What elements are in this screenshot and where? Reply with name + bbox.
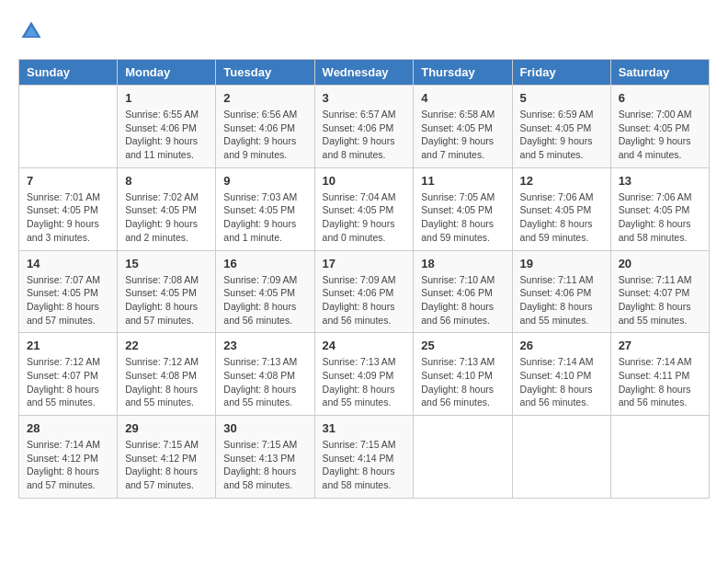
day-detail: Sunrise: 7:15 AM Sunset: 4:13 PM Dayligh… — [223, 438, 306, 492]
day-number: 4 — [421, 91, 504, 105]
day-cell: 27Sunrise: 7:14 AM Sunset: 4:11 PM Dayli… — [610, 333, 709, 416]
day-detail: Sunrise: 7:15 AM Sunset: 4:14 PM Dayligh… — [323, 438, 406, 492]
day-detail: Sunrise: 6:58 AM Sunset: 4:05 PM Dayligh… — [421, 108, 504, 162]
day-detail: Sunrise: 7:13 AM Sunset: 4:10 PM Dayligh… — [421, 355, 504, 409]
day-cell: 11Sunrise: 7:05 AM Sunset: 4:05 PM Dayli… — [414, 167, 512, 250]
day-detail: Sunrise: 7:12 AM Sunset: 4:07 PM Dayligh… — [27, 355, 109, 409]
day-cell: 30Sunrise: 7:15 AM Sunset: 4:13 PM Dayli… — [216, 416, 314, 499]
day-detail: Sunrise: 7:00 AM Sunset: 4:05 PM Dayligh… — [619, 108, 701, 162]
day-cell — [414, 416, 512, 499]
day-detail: Sunrise: 7:03 AM Sunset: 4:05 PM Dayligh… — [223, 190, 306, 245]
day-number: 18 — [421, 257, 504, 270]
week-row-4: 21Sunrise: 7:12 AM Sunset: 4:07 PM Dayli… — [19, 333, 710, 416]
day-detail: Sunrise: 7:01 AM Sunset: 4:05 PM Dayligh… — [27, 190, 109, 245]
day-detail: Sunrise: 7:10 AM Sunset: 4:06 PM Dayligh… — [421, 273, 504, 327]
day-cell: 15Sunrise: 7:08 AM Sunset: 4:05 PM Dayli… — [118, 250, 216, 333]
day-number: 22 — [125, 339, 208, 352]
logo-icon — [18, 18, 44, 44]
day-cell: 28Sunrise: 7:14 AM Sunset: 4:12 PM Dayli… — [19, 416, 118, 499]
header-wednesday: Wednesday — [314, 60, 414, 86]
day-detail: Sunrise: 6:57 AM Sunset: 4:06 PM Dayligh… — [323, 108, 406, 162]
logo — [18, 18, 48, 44]
day-detail: Sunrise: 7:14 AM Sunset: 4:10 PM Dayligh… — [520, 355, 603, 409]
header-tuesday: Tuesday — [216, 60, 314, 86]
day-cell: 25Sunrise: 7:13 AM Sunset: 4:10 PM Dayli… — [414, 333, 512, 416]
day-number: 10 — [323, 174, 406, 188]
day-number: 30 — [223, 421, 306, 435]
day-number: 28 — [27, 421, 109, 435]
day-detail: Sunrise: 7:06 AM Sunset: 4:05 PM Dayligh… — [619, 190, 701, 245]
day-cell — [19, 86, 118, 168]
day-cell: 19Sunrise: 7:11 AM Sunset: 4:06 PM Dayli… — [512, 250, 610, 333]
header-sunday: Sunday — [19, 60, 118, 86]
week-row-1: 1Sunrise: 6:55 AM Sunset: 4:06 PM Daylig… — [19, 86, 710, 168]
day-detail: Sunrise: 7:02 AM Sunset: 4:05 PM Dayligh… — [125, 190, 208, 245]
day-cell: 26Sunrise: 7:14 AM Sunset: 4:10 PM Dayli… — [512, 333, 610, 416]
day-number: 26 — [520, 339, 603, 352]
day-number: 15 — [125, 257, 208, 270]
day-cell: 14Sunrise: 7:07 AM Sunset: 4:05 PM Dayli… — [19, 250, 118, 333]
day-cell: 7Sunrise: 7:01 AM Sunset: 4:05 PM Daylig… — [19, 167, 118, 250]
day-cell: 18Sunrise: 7:10 AM Sunset: 4:06 PM Dayli… — [414, 250, 512, 333]
calendar-table: SundayMondayTuesdayWednesdayThursdayFrid… — [18, 59, 710, 499]
day-detail: Sunrise: 7:09 AM Sunset: 4:05 PM Dayligh… — [223, 273, 306, 327]
day-number: 9 — [223, 174, 306, 188]
day-cell: 29Sunrise: 7:15 AM Sunset: 4:12 PM Dayli… — [118, 416, 216, 499]
day-number: 29 — [125, 421, 208, 435]
week-row-2: 7Sunrise: 7:01 AM Sunset: 4:05 PM Daylig… — [19, 167, 710, 250]
day-cell: 12Sunrise: 7:06 AM Sunset: 4:05 PM Dayli… — [512, 167, 610, 250]
day-detail: Sunrise: 7:11 AM Sunset: 4:07 PM Dayligh… — [619, 273, 701, 327]
day-cell: 2Sunrise: 6:56 AM Sunset: 4:06 PM Daylig… — [216, 86, 314, 168]
day-detail: Sunrise: 7:12 AM Sunset: 4:08 PM Dayligh… — [125, 355, 208, 409]
day-number: 16 — [223, 257, 306, 270]
day-number: 17 — [323, 257, 406, 270]
day-cell: 24Sunrise: 7:13 AM Sunset: 4:09 PM Dayli… — [314, 333, 414, 416]
day-detail: Sunrise: 7:11 AM Sunset: 4:06 PM Dayligh… — [520, 273, 603, 327]
day-detail: Sunrise: 7:08 AM Sunset: 4:05 PM Dayligh… — [125, 273, 208, 327]
day-cell: 4Sunrise: 6:58 AM Sunset: 4:05 PM Daylig… — [414, 86, 512, 168]
day-cell: 31Sunrise: 7:15 AM Sunset: 4:14 PM Dayli… — [314, 416, 414, 499]
day-cell: 3Sunrise: 6:57 AM Sunset: 4:06 PM Daylig… — [314, 86, 414, 168]
day-detail: Sunrise: 7:15 AM Sunset: 4:12 PM Dayligh… — [125, 438, 208, 492]
day-number: 8 — [125, 174, 208, 188]
header-friday: Friday — [512, 60, 610, 86]
day-number: 31 — [323, 421, 406, 435]
day-cell: 8Sunrise: 7:02 AM Sunset: 4:05 PM Daylig… — [118, 167, 216, 250]
day-number: 2 — [223, 91, 306, 105]
day-detail: Sunrise: 7:04 AM Sunset: 4:05 PM Dayligh… — [323, 190, 406, 245]
day-cell — [512, 416, 610, 499]
day-cell: 9Sunrise: 7:03 AM Sunset: 4:05 PM Daylig… — [216, 167, 314, 250]
day-detail: Sunrise: 7:09 AM Sunset: 4:06 PM Dayligh… — [323, 273, 406, 327]
day-cell: 16Sunrise: 7:09 AM Sunset: 4:05 PM Dayli… — [216, 250, 314, 333]
day-detail: Sunrise: 6:55 AM Sunset: 4:06 PM Dayligh… — [125, 108, 208, 162]
day-number: 14 — [27, 257, 109, 270]
week-row-5: 28Sunrise: 7:14 AM Sunset: 4:12 PM Dayli… — [19, 416, 710, 499]
day-number: 27 — [619, 339, 701, 352]
week-row-3: 14Sunrise: 7:07 AM Sunset: 4:05 PM Dayli… — [19, 250, 710, 333]
header-thursday: Thursday — [414, 60, 512, 86]
header-monday: Monday — [118, 60, 216, 86]
header-saturday: Saturday — [610, 60, 709, 86]
day-detail: Sunrise: 7:14 AM Sunset: 4:12 PM Dayligh… — [27, 438, 109, 492]
calendar-header-row: SundayMondayTuesdayWednesdayThursdayFrid… — [19, 60, 710, 86]
day-detail: Sunrise: 7:07 AM Sunset: 4:05 PM Dayligh… — [27, 273, 109, 327]
day-detail: Sunrise: 7:06 AM Sunset: 4:05 PM Dayligh… — [520, 190, 603, 245]
day-cell — [610, 416, 709, 499]
day-number: 25 — [421, 339, 504, 352]
day-cell: 6Sunrise: 7:00 AM Sunset: 4:05 PM Daylig… — [610, 86, 709, 168]
day-number: 5 — [520, 91, 603, 105]
day-number: 13 — [619, 174, 701, 188]
day-detail: Sunrise: 7:14 AM Sunset: 4:11 PM Dayligh… — [619, 355, 701, 409]
day-number: 21 — [27, 339, 109, 352]
day-cell: 1Sunrise: 6:55 AM Sunset: 4:06 PM Daylig… — [118, 86, 216, 168]
day-cell: 5Sunrise: 6:59 AM Sunset: 4:05 PM Daylig… — [512, 86, 610, 168]
day-number: 6 — [619, 91, 701, 105]
day-cell: 21Sunrise: 7:12 AM Sunset: 4:07 PM Dayli… — [19, 333, 118, 416]
day-number: 23 — [223, 339, 306, 352]
day-number: 12 — [520, 174, 603, 188]
day-detail: Sunrise: 6:56 AM Sunset: 4:06 PM Dayligh… — [223, 108, 306, 162]
day-number: 19 — [520, 257, 603, 270]
day-cell: 17Sunrise: 7:09 AM Sunset: 4:06 PM Dayli… — [314, 250, 414, 333]
day-cell: 20Sunrise: 7:11 AM Sunset: 4:07 PM Dayli… — [610, 250, 709, 333]
day-detail: Sunrise: 7:13 AM Sunset: 4:09 PM Dayligh… — [323, 355, 406, 409]
